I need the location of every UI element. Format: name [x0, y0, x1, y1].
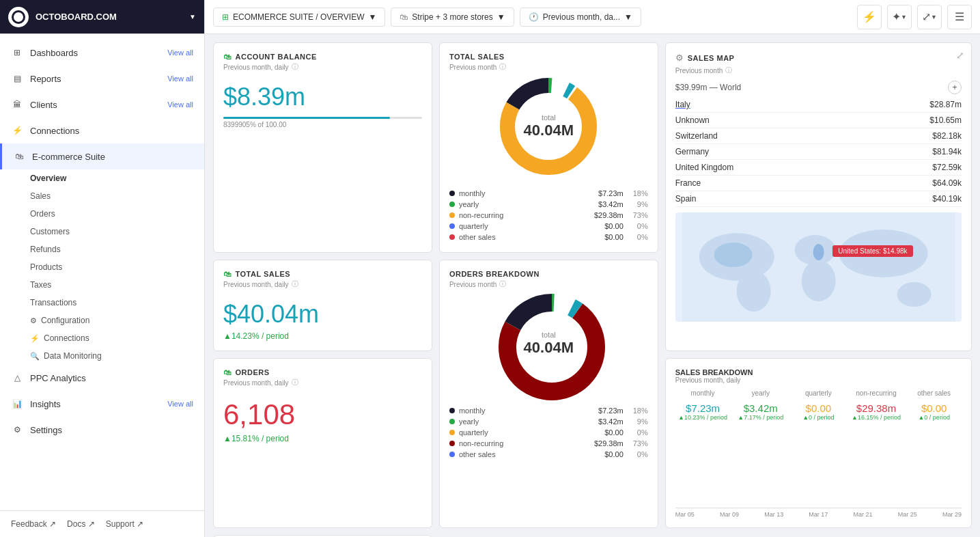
share-icon: ⤢ — [922, 10, 931, 23]
total-sales-info-icon[interactable]: ⓘ — [499, 62, 506, 72]
orders-breakdown-donut-wrapper: total 40.04M — [494, 289, 603, 398]
clients-viewall[interactable]: View all — [167, 100, 193, 109]
support-link[interactable]: Support ↗ — [106, 519, 143, 529]
legend-label-monthly: monthly — [459, 189, 598, 197]
configuration-label: Configuration — [41, 316, 89, 325]
sidebar-item-taxes[interactable]: Taxes — [30, 276, 204, 294]
total-sales-donut-title: TOTAL SALES — [449, 53, 648, 61]
store-icon: 🛍 — [13, 150, 25, 163]
sidebar-item-label: Reports — [30, 74, 167, 84]
legend-pct-nonrecurring: 73% — [628, 211, 648, 219]
orders-breakdown-subtitle: Previous month ⓘ — [449, 279, 648, 289]
total-sales-center-value: 40.04M — [524, 122, 574, 139]
map-country: Switzerland — [675, 131, 933, 141]
total-sales-value: $40.04m — [223, 300, 422, 329]
legend-value-monthly: $7.23m — [598, 189, 624, 197]
bd-change-quarterly: ▲0 / period — [791, 414, 846, 421]
bd-val-monthly-num: $7.23m — [675, 402, 731, 414]
search-icon: 🔍 — [30, 352, 40, 361]
sidebar-item-sales[interactable]: Sales — [30, 187, 204, 205]
orders-breakdown-info-icon[interactable]: ⓘ — [499, 279, 506, 289]
store-chevron-icon: ▼ — [497, 12, 505, 22]
sales-map-row: Germany$81.94k — [675, 144, 962, 160]
sidebar-item-settings[interactable]: ⚙ Settings — [0, 417, 204, 443]
total-sales-subtitle: Previous month, daily ⓘ — [223, 279, 422, 289]
x-label-mar09: Mar 09 — [720, 511, 739, 518]
menu-button[interactable]: ☰ — [947, 5, 972, 29]
x-label-mar21: Mar 21 — [854, 511, 873, 518]
sidebar-item-data-monitoring[interactable]: 🔍 Data Monitoring — [30, 347, 204, 365]
share-button[interactable]: ⤢ ▼ — [917, 5, 942, 29]
legend-dot-quarterly — [449, 223, 455, 229]
svg-point-10 — [897, 282, 931, 307]
sidebar-item-reports[interactable]: ▤ Reports View all — [0, 66, 204, 92]
insights-viewall[interactable]: View all — [167, 400, 193, 408]
suite-chevron-icon: ▼ — [368, 12, 376, 22]
sidebar-item-connections-sub[interactable]: ⚡ Connections — [30, 329, 204, 347]
period-label: Previous month, da... — [543, 12, 620, 22]
map-country: Spain — [675, 194, 933, 204]
sidebar-item-products[interactable]: Products — [30, 258, 204, 276]
total-sales-donut-container: total 40.04M monthly $7.23m 18% yearly $ — [449, 72, 648, 243]
total-sales-donut-subtitle: Previous month ⓘ — [449, 62, 648, 72]
svg-point-11 — [813, 244, 824, 260]
sidebar-item-connections[interactable]: ⚡ Connections — [0, 118, 204, 143]
sidebar-item-insights[interactable]: 📊 Insights View all — [0, 391, 204, 417]
store-selector[interactable]: 🛍 Stripe + 3 more stores ▼ — [391, 8, 514, 27]
sidebar-item-overview[interactable]: Overview — [30, 169, 204, 187]
map-expand-btn[interactable]: + — [948, 81, 962, 94]
total-sales-info-icon2[interactable]: ⓘ — [292, 279, 298, 289]
lightning-button[interactable]: ⚡ — [857, 5, 882, 29]
sidebar-item-configuration[interactable]: ⚙ Configuration — [30, 312, 204, 329]
sales-breakdown-title: SALES BREAKDOWN — [675, 368, 753, 376]
sales-map-visual: United States: $14.98k — [675, 212, 962, 322]
file-icon: ▤ — [11, 72, 23, 85]
x-label-mar29: Mar 29 — [942, 511, 962, 518]
period-selector[interactable]: 🕐 Previous month, da... ▼ — [520, 8, 641, 27]
sidebar-item-label: Insights — [30, 399, 167, 409]
sidebar-item-customers[interactable]: Customers — [30, 223, 204, 240]
orders-breakdown-legend: monthly $7.23m 18% yearly $3.42m 9% quar… — [449, 405, 648, 460]
map-amount: $28.87m — [929, 100, 962, 109]
feedback-link[interactable]: Feedback ↗ — [11, 519, 56, 529]
reports-viewall[interactable]: View all — [167, 74, 193, 83]
chart-icon: △ — [11, 372, 23, 384]
map-country: Unknown — [675, 115, 930, 125]
sidebar-item-transactions[interactable]: Transactions — [30, 294, 204, 312]
sidebar-item-dashboards[interactable]: ⊞ Dashboards View all — [0, 40, 204, 66]
map-amount: $81.94k — [932, 147, 962, 156]
orders-info-icon[interactable]: ⓘ — [292, 378, 298, 387]
sidebar-item-ppc[interactable]: △ PPC Analytics — [0, 365, 204, 391]
sidebar-item-clients[interactable]: 🏛 Clients View all — [0, 92, 204, 118]
account-balance-info-icon[interactable]: ⓘ — [292, 62, 298, 72]
sales-map-info-icon[interactable]: ⓘ — [725, 66, 732, 75]
ob-legend-nonrecurring: non-recurring $29.38m 73% — [449, 438, 648, 449]
logo — [8, 7, 29, 27]
docs-link[interactable]: Docs ↗ — [67, 519, 95, 529]
bd-val-quarterly: $0.00 ▲0 / period — [791, 402, 846, 421]
sidebar-item-orders[interactable]: Orders — [30, 205, 204, 223]
expand-map-icon[interactable]: ⤢ — [956, 50, 964, 61]
magic-button[interactable]: ✦ ▼ — [887, 5, 912, 29]
sidebar-item-label: Dashboards — [30, 48, 167, 58]
legend-dot-monthly — [449, 191, 455, 196]
map-country: France — [675, 178, 933, 188]
bd-change-monthly: ▲10.23% / period — [675, 414, 731, 421]
map-amount: $64.09k — [932, 178, 962, 188]
orders-value: 6,108 — [223, 398, 422, 431]
legend-dot-yearly — [449, 202, 455, 207]
bd-val-nonrecurring-num: $29.38m — [849, 402, 904, 414]
sidebar-item-refunds[interactable]: Refunds — [30, 240, 204, 258]
company-chevron-icon[interactable]: ▼ — [189, 13, 196, 20]
x-label-mar25: Mar 25 — [898, 511, 917, 518]
suite-selector[interactable]: ⊞ ECOMMERCE SUITE / OVERVIEW ▼ — [213, 8, 385, 27]
sales-map-card: ⚙ SALES MAP ⤢ Previous month ⓘ $39.99m —… — [665, 42, 972, 351]
orders-breakdown-center-value: 40.04M — [524, 339, 574, 357]
main-area: ⊞ ECOMMERCE SUITE / OVERVIEW ▼ 🛍 Stripe … — [205, 0, 980, 537]
bag-icon-sales: 🛍 — [223, 270, 232, 278]
legend-pct-other: 0% — [628, 233, 648, 241]
sales-map-rows: Italy$28.87mUnknown$10.65mSwitzerland$82… — [675, 97, 962, 207]
sidebar-item-ecommerce[interactable]: 🛍 E-commerce Suite — [0, 143, 204, 169]
dashboards-viewall[interactable]: View all — [167, 49, 193, 57]
map-amount: $72.59k — [932, 163, 962, 172]
